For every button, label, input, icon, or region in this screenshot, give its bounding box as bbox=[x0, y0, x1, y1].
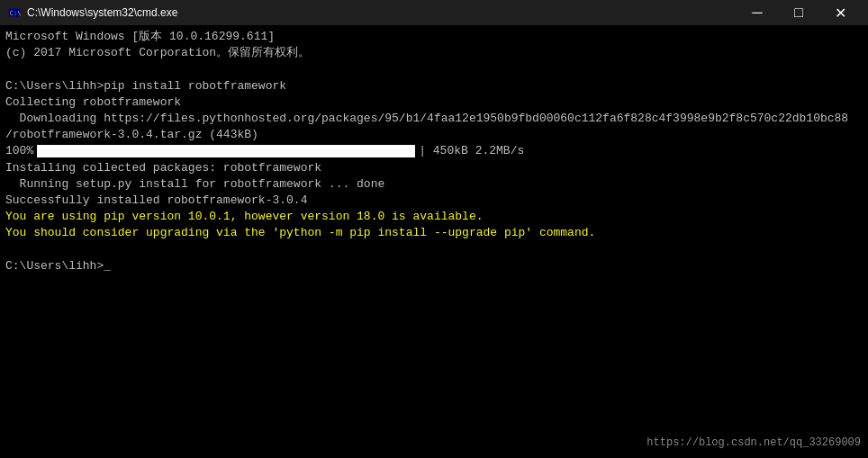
line-4: C:\Users\lihh>pip install robotframework bbox=[5, 78, 863, 94]
line-15-prompt: C:\Users\lihh>_ bbox=[5, 258, 863, 274]
close-button[interactable]: ✕ bbox=[819, 0, 861, 25]
line-9: Installing collected packages: robotfram… bbox=[5, 160, 863, 176]
line-7: /robotframework-3.0.4.tar.gz (443kB) bbox=[5, 127, 863, 143]
line-2: (c) 2017 Microsoft Corporation。保留所有权利。 bbox=[5, 45, 863, 61]
window-controls: ─ □ ✕ bbox=[737, 0, 861, 25]
line-1: Microsoft Windows [版本 10.0.16299.611] bbox=[5, 29, 863, 45]
window-title: C:\Windows\system32\cmd.exe bbox=[27, 6, 737, 19]
line-6: Downloading https://files.pythonhosted.o… bbox=[5, 111, 863, 127]
line-3 bbox=[5, 61, 863, 77]
progress-size: | 450kB 2.2MB/s bbox=[419, 143, 524, 159]
progress-line: 100% | 450kB 2.2MB/s bbox=[5, 143, 863, 159]
line-13-warning: You should consider upgrading via the 'p… bbox=[5, 225, 863, 241]
line-12-warning: You are using pip version 10.0.1, howeve… bbox=[5, 209, 863, 225]
watermark: https://blog.csdn.net/qq_33269009 bbox=[646, 436, 861, 451]
line-10: Running setup.py install for robotframew… bbox=[5, 176, 863, 193]
progress-percent: 100% bbox=[5, 143, 33, 159]
line-5: Collecting robotframework bbox=[5, 94, 863, 111]
cmd-icon: C:\ bbox=[7, 5, 22, 20]
console-output: Microsoft Windows [版本 10.0.16299.611] (c… bbox=[0, 25, 868, 458]
line-11: Successfully installed robotframework-3.… bbox=[5, 193, 863, 209]
minimize-button[interactable]: ─ bbox=[737, 0, 778, 25]
line-14 bbox=[5, 241, 863, 257]
title-bar: C:\ C:\Windows\system32\cmd.exe ─ □ ✕ bbox=[0, 0, 868, 25]
maximize-button[interactable]: □ bbox=[778, 0, 819, 25]
svg-text:C:\: C:\ bbox=[10, 10, 21, 17]
progress-bar bbox=[37, 145, 415, 157]
